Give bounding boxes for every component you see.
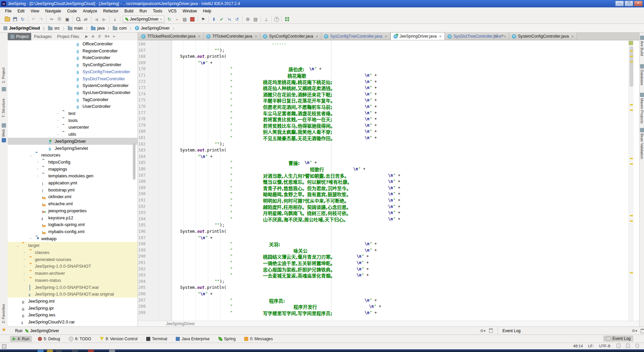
tree-item[interactable]: ›JeeSpring-1.0.0-SNAPSHOT xyxy=(8,263,138,270)
tree-item[interactable]: JeeSpring-1.0.0-SNAPSHOT.war xyxy=(8,284,138,291)
tree-item[interactable]: JeeSpringCloudV2.0.rar xyxy=(8,318,138,325)
line-separator-widget[interactable]: LF: xyxy=(588,344,594,348)
tree-item[interactable]: CSysUserOnlineController xyxy=(8,89,138,96)
taskbar-app-icon[interactable] xyxy=(56,350,62,352)
menu-item-run[interactable]: Run xyxy=(137,8,150,14)
toolwindow-button-9-version-control[interactable]: 9: Version Control xyxy=(97,336,140,342)
project-panel-tab-project-files[interactable]: Project Files xyxy=(54,33,82,40)
minimize-button[interactable]: – xyxy=(615,1,624,6)
copy-icon[interactable]: ⎘ xyxy=(57,16,62,22)
error-stripe-mark[interactable] xyxy=(630,104,633,105)
settings-icon[interactable]: ⚙▾ xyxy=(104,34,109,39)
tree-item[interactable]: CUserController xyxy=(8,103,138,110)
windows-taskbar[interactable] xyxy=(0,349,644,352)
breadcrumb-item-jeespringcloud[interactable]: JeeSpringCloud〉 xyxy=(3,26,47,31)
tree-item[interactable]: CSystemConfigController xyxy=(8,82,138,89)
error-stripe-mark[interactable] xyxy=(630,158,633,159)
tab-list-icon[interactable]: ≡1 xyxy=(494,34,498,38)
tree-item[interactable]: COfficeController xyxy=(8,40,138,47)
error-stripe[interactable] xyxy=(629,40,634,321)
hide-icon[interactable]: ⇤ xyxy=(113,34,116,39)
menu-item-file[interactable]: File xyxy=(2,8,14,14)
chevron-icon[interactable]: › xyxy=(36,160,39,164)
run-config-select[interactable]: JeeSpringDriver▾ xyxy=(123,16,164,23)
breadcrumb-item-jeespringdriver[interactable]: CJeeSpringDriver〉 xyxy=(135,26,176,31)
save-all-icon[interactable] xyxy=(12,16,18,22)
tree-item[interactable]: ›tools xyxy=(8,117,138,124)
tree-item[interactable]: CSysConfigController xyxy=(8,61,138,68)
undo-icon[interactable]: ↶ xyxy=(31,16,36,22)
cut-icon[interactable]: ✂ xyxy=(49,16,55,22)
error-stripe-mark[interactable] xyxy=(630,109,633,111)
tree-item[interactable]: JeeSpring-1.0.0-SNAPSHOT.war.original xyxy=(8,291,138,298)
error-stripe-mark[interactable] xyxy=(630,215,633,216)
editor-tab-jeespringdriver-java[interactable]: CJeeSpringDriver.java✕ xyxy=(390,32,445,40)
stripe-button-database[interactable]: Database xyxy=(640,70,644,85)
hector-icon[interactable] xyxy=(635,344,639,348)
tree-item[interactable]: ehcache.xml xyxy=(8,200,138,207)
tree-item[interactable]: ›generated-sources xyxy=(8,256,138,263)
chevron-icon[interactable]: › xyxy=(22,251,26,254)
project-panel-tab-packages[interactable]: Packages xyxy=(31,33,54,40)
run-settings-gear-icon[interactable]: ⚙▾ xyxy=(480,328,486,333)
debug-icon[interactable]: 🞄 xyxy=(174,16,180,22)
chevron-icon[interactable]: › xyxy=(29,237,33,240)
tree-item[interactable]: ›test xyxy=(8,110,138,117)
toolwindow-button-5-debug[interactable]: 5: Debug xyxy=(35,336,63,342)
tree-item[interactable]: CJeeSpringServlet xyxy=(8,145,138,152)
close-tab-icon[interactable]: ✕ xyxy=(255,35,257,38)
close-tab-icon[interactable]: ✕ xyxy=(439,35,442,38)
settings-icon[interactable]: ⚙ xyxy=(245,16,251,22)
stripe-button-web[interactable]: Web xyxy=(1,129,5,137)
chevron-right-icon[interactable]: ▶ xyxy=(85,34,88,39)
error-stripe-mark[interactable] xyxy=(630,56,633,57)
tree-item[interactable]: ›utils xyxy=(8,131,138,138)
open-folder-icon[interactable] xyxy=(4,16,10,22)
error-stripe-mark[interactable] xyxy=(630,61,633,62)
synchronize-icon[interactable]: ↻ xyxy=(20,16,25,22)
event-log-gear-icon[interactable]: ⚙▾ xyxy=(632,328,637,333)
tree-item[interactable]: mybatis-config.xml xyxy=(8,228,138,235)
editor-tab-systemconfigcontroller-java[interactable]: CSystemConfigController.java✕ xyxy=(509,33,577,40)
stop-icon[interactable] xyxy=(190,16,195,22)
chevron-icon[interactable]: › xyxy=(56,133,59,136)
export-icon[interactable]: ⊥ xyxy=(263,16,269,22)
stripe-button-maven-projects[interactable]: Maven Projects xyxy=(640,98,644,124)
menu-item-analyze[interactable]: Analyze xyxy=(80,8,100,14)
tab-list-icon[interactable]: ✳ xyxy=(501,34,504,38)
taskbar-app-icon[interactable] xyxy=(38,350,44,352)
tree-item[interactable]: CSysDictTreeController xyxy=(8,75,138,82)
editor-tab-tfticketrestcontroller-java[interactable]: CTfTicketRestController.java✕ xyxy=(139,33,204,40)
breadcrumb-item-main[interactable]: main〉 xyxy=(68,26,90,31)
code-editor[interactable]: 1661671681691701711721731741751761771781… xyxy=(138,40,634,321)
tree-item[interactable]: logback-spring.xml xyxy=(8,221,138,228)
tree-item[interactable]: ›maven-status xyxy=(8,277,138,284)
tree-item[interactable]: ›templates.modules.gen xyxy=(8,172,138,179)
tree-item[interactable]: CTagController xyxy=(8,96,138,103)
forward-icon[interactable]: ▶ xyxy=(101,16,107,22)
locate-icon[interactable]: ⊕ xyxy=(92,34,95,39)
stripe-button-1-project[interactable]: 1: Project xyxy=(1,68,5,83)
editor-tab-sysconfigtreecontroller-java[interactable]: CSysConfigTreeController.java✕ xyxy=(321,33,390,40)
error-stripe-mark[interactable] xyxy=(630,272,633,273)
tree-item[interactable]: ›maven-archiver xyxy=(8,270,138,277)
stripe-button-ant-build[interactable]: Ant Build xyxy=(640,41,644,56)
paste-icon[interactable]: ▣ xyxy=(64,16,70,22)
menu-item-vcs[interactable]: VCS xyxy=(165,8,180,14)
tree-item[interactable]: ⌄resources xyxy=(8,151,138,159)
tree-item[interactable]: application.yml xyxy=(8,179,138,186)
tree-item[interactable]: ≡JeeSpring.ipr xyxy=(8,305,138,312)
stripe-button-bean-validation[interactable]: Bean Validation xyxy=(640,133,644,159)
update-project-icon[interactable]: ⬇ xyxy=(211,16,217,22)
toolwindow-button-4-run[interactable]: 4: Run xyxy=(10,336,32,342)
chevron-icon[interactable]: ⌄ xyxy=(16,244,19,247)
jee-grid-icon[interactable] xyxy=(284,16,290,22)
tree-item[interactable]: ›classes xyxy=(8,249,138,256)
tree-item[interactable]: ›webapp xyxy=(8,235,138,242)
menu-item-edit[interactable]: Edit xyxy=(14,8,28,14)
breadcrumb-item-src[interactable]: src〉 xyxy=(48,26,66,31)
chevron-icon[interactable]: › xyxy=(36,174,39,178)
tree-item[interactable]: keystore.p12 xyxy=(8,214,138,221)
editor-tab-tfticketcontroller-java[interactable]: CTfTicketController.java✕ xyxy=(204,33,260,40)
chevron-icon[interactable]: ⌄ xyxy=(29,153,33,157)
